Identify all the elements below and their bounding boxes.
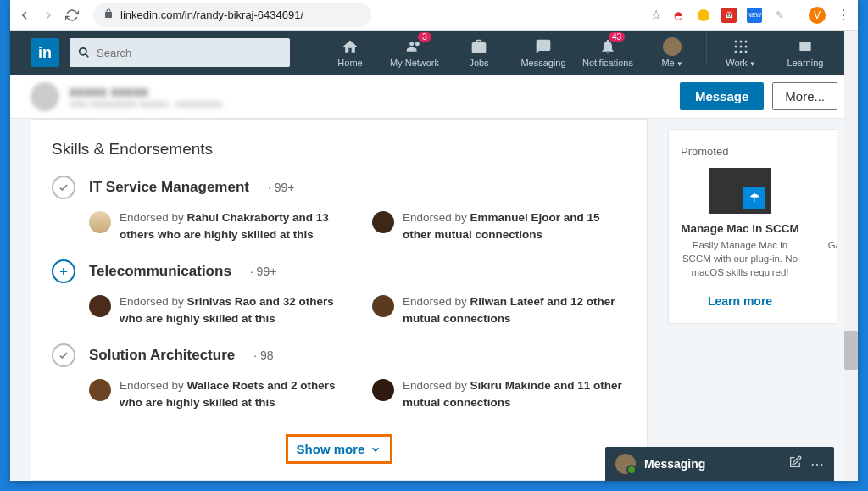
more-button[interactable]: More... <box>772 82 837 110</box>
svg-point-7 <box>745 46 748 48</box>
skills-section: Skills & Endorsements IT Service Managem… <box>31 119 648 481</box>
svg-point-6 <box>740 46 743 48</box>
ext-new-badge[interactable]: NEW <box>747 8 762 23</box>
svg-point-8 <box>735 51 737 53</box>
promo-link[interactable]: Learn <box>818 291 837 304</box>
nav-network[interactable]: 3My Network <box>382 31 447 75</box>
nav-notifications[interactable]: 43Notifications <box>576 31 640 75</box>
profile-subtitle-blurred: xxxx xxxxxxxxxx xxxxxx · xxxxxxxxxx <box>70 98 222 109</box>
nav-work[interactable]: Work▼ <box>709 31 773 75</box>
promo-item[interactable]: Oxford Prog Gain an understanding future… <box>818 168 837 308</box>
svg-point-2 <box>735 41 737 43</box>
skill-count: · 99+ <box>268 181 295 194</box>
promo-link[interactable]: Learn more <box>681 294 799 308</box>
lock-icon <box>103 8 114 21</box>
nav-messaging[interactable]: Messaging <box>511 31 576 75</box>
reload-icon[interactable] <box>64 8 80 23</box>
nav-separator <box>706 31 707 64</box>
skill-name[interactable]: IT Service Management <box>89 179 249 196</box>
chevron-down-icon: ▼ <box>676 60 683 68</box>
url-bar[interactable]: linkedin.com/in/randy-bikraj-6434691/ <box>93 3 371 27</box>
section-title: Skills & Endorsements <box>31 140 647 159</box>
notif-badge: 43 <box>609 32 625 42</box>
skill-row: Telecommunications · 99+ Endorsed by Sri… <box>31 259 647 343</box>
nav-me[interactable]: Me▼ <box>640 31 704 75</box>
endorser-avatar[interactable] <box>372 379 394 401</box>
sidebar: Promoted ☂ Manage Mac in SCCM Easily Man… <box>668 119 837 481</box>
endorser-avatar[interactable] <box>372 211 394 233</box>
svg-point-5 <box>735 46 737 48</box>
endorser-avatar[interactable] <box>89 211 111 233</box>
promo-desc: Easily Manage Mac in SCCM with our plug-… <box>681 238 799 279</box>
dock-avatar <box>615 454 636 474</box>
star-icon[interactable]: ☆ <box>650 7 662 23</box>
endorser-avatar[interactable] <box>89 295 111 317</box>
svg-point-9 <box>740 51 743 53</box>
back-icon[interactable] <box>17 8 32 23</box>
skill-row: IT Service Management · 99+ Endorsed by … <box>31 176 647 259</box>
promo-title: Manage Mac in SCCM <box>681 222 799 235</box>
search-input[interactable] <box>97 47 281 59</box>
check-icon[interactable] <box>52 176 75 199</box>
ext-icon-calendar[interactable]: 📅 <box>721 8 737 23</box>
nav-jobs[interactable]: Jobs <box>447 31 511 75</box>
messaging-icon <box>534 37 553 56</box>
endorse-text: Endorsed by Srinivas Rao and 32 others w… <box>120 293 343 326</box>
ext-icon-1[interactable]: ◓ <box>670 8 686 23</box>
chevron-down-icon: ▼ <box>749 60 756 68</box>
browser-toolbar: linkedin.com/in/randy-bikraj-6434691/ ☆ … <box>10 0 858 31</box>
promo-image: ☂ <box>709 168 771 214</box>
browser-menu-icon[interactable]: ⋮ <box>836 8 851 23</box>
profile-sticky-bar: xxxxx xxxxx xxxx xxxxxxxxxx xxxxxx · xxx… <box>10 75 858 119</box>
profile-name-blurred: xxxxx xxxxx <box>70 84 222 98</box>
show-more-button[interactable]: Show more <box>297 442 382 456</box>
endorser-avatar[interactable] <box>372 295 394 317</box>
home-icon <box>341 37 359 56</box>
skill-count: · 99+ <box>250 265 277 278</box>
promoted-label: Promoted <box>681 145 825 158</box>
me-avatar <box>663 37 682 56</box>
endorser-avatar[interactable] <box>89 379 111 401</box>
jobs-icon <box>470 37 488 56</box>
scrollbar-thumb[interactable] <box>844 331 858 370</box>
endorse-text: Endorsed by Sikiru Makinde and 11 other … <box>403 377 626 410</box>
promo-title: Oxford Prog <box>818 222 837 235</box>
dock-label: Messaging <box>644 457 780 471</box>
endorse-text: Endorsed by Wallace Roets and 2 others w… <box>120 377 343 410</box>
skill-count: · 98 <box>253 349 273 362</box>
profile-avatar-blurred <box>31 82 59 111</box>
promo-item[interactable]: ☂ Manage Mac in SCCM Easily Manage Mac i… <box>681 168 799 308</box>
message-button[interactable]: Message <box>680 82 764 110</box>
ext-icon-2[interactable] <box>696 8 711 23</box>
promo-desc: Gain an understanding future <box>818 238 837 276</box>
plus-icon[interactable] <box>52 259 75 283</box>
grid-icon <box>732 37 750 56</box>
search-icon <box>78 47 90 59</box>
endorse-text: Endorsed by Rahul Chakraborty and 13 oth… <box>120 209 343 243</box>
nav-home[interactable]: Home <box>318 31 382 75</box>
compose-icon[interactable] <box>788 455 802 472</box>
scrollbar-track[interactable] <box>844 31 858 481</box>
svg-point-1 <box>80 48 86 55</box>
messaging-dock[interactable]: Messaging ⋯ <box>605 447 834 481</box>
browser-profile-avatar[interactable]: V <box>809 7 826 24</box>
extension-icons: ◓ 📅 NEW ✎ V ⋮ <box>670 7 851 24</box>
skill-name[interactable]: Solution Architecture <box>89 347 235 364</box>
search-box[interactable] <box>70 38 290 67</box>
network-badge: 3 <box>418 32 431 42</box>
nav-learning[interactable]: Learning <box>773 31 837 75</box>
linkedin-nav: in Home 3My Network Jobs Messaging 43Not… <box>10 31 858 75</box>
endorse-text: Endorsed by Rilwan Lateef and 12 other m… <box>403 293 626 326</box>
forward-icon[interactable] <box>41 8 56 23</box>
show-more-highlight: Show more <box>286 434 393 464</box>
linkedin-logo[interactable]: in <box>31 38 59 67</box>
endorse-text: Endorsed by Emmanuel Ejoor and 15 other … <box>403 209 626 243</box>
ext-icon-5[interactable]: ✎ <box>772 8 787 23</box>
separator <box>798 7 798 24</box>
more-icon[interactable]: ⋯ <box>810 456 824 472</box>
svg-point-3 <box>740 41 743 43</box>
check-icon[interactable] <box>52 343 75 367</box>
promoted-card: Promoted ☂ Manage Mac in SCCM Easily Man… <box>668 129 837 324</box>
skill-name[interactable]: Telecommunications <box>89 263 231 280</box>
url-text: linkedin.com/in/randy-bikraj-6434691/ <box>120 8 303 21</box>
